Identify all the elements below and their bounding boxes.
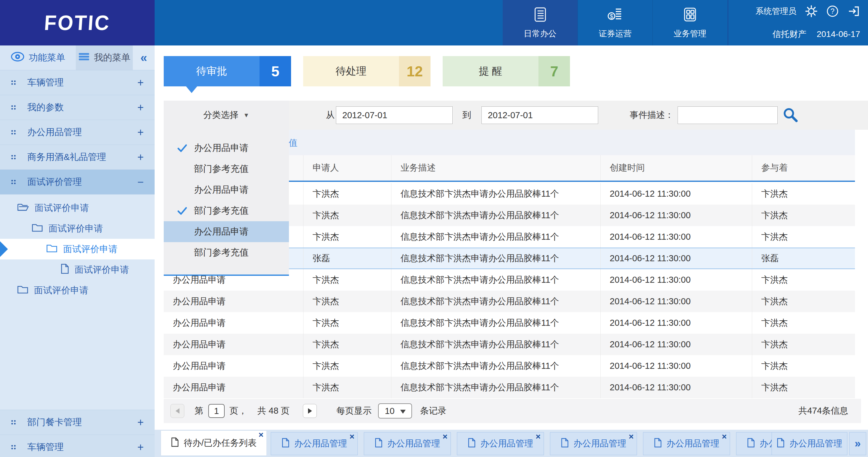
close-icon[interactable]: × — [443, 432, 447, 441]
nav-daily-office[interactable]: 日常办公 — [503, 0, 578, 45]
sidebar-item-business-wine-gifts[interactable]: 商务用酒&礼品管理 + — [0, 145, 155, 170]
tree-item-interview-request[interactable]: 面试评价申请 — [0, 259, 155, 280]
nav-label: 证券运营 — [599, 28, 631, 39]
tab-office-supplies[interactable]: 办公用品管理 × — [271, 432, 358, 455]
search-button[interactable] — [782, 107, 799, 124]
sidebar-item-vehicle-2[interactable]: 车辆管理 + — [0, 435, 155, 457]
event-desc-input[interactable] — [678, 106, 778, 124]
close-icon[interactable]: × — [629, 432, 633, 441]
page-number-input[interactable]: 1 — [208, 404, 225, 418]
expand-icon[interactable]: + — [137, 126, 144, 139]
drag-dots-icon — [11, 179, 17, 185]
cell-type: 办公用品申请 — [164, 377, 303, 398]
fotic-logo[interactable]: FOTIC — [0, 0, 155, 45]
per-page-select[interactable]: 10 — [378, 403, 412, 419]
dropdown-option[interactable]: 部门参考充值 — [164, 242, 289, 263]
sidebar-item-vehicle[interactable]: 车辆管理 + — [0, 70, 155, 95]
drag-dots-icon — [11, 80, 17, 86]
close-icon[interactable]: × — [536, 432, 540, 441]
sidebar-item-interview-evaluation[interactable]: 面试评价管理 − — [0, 170, 155, 195]
menu-label: 办公用品管理 — [27, 126, 82, 138]
coin-list-icon: $ — [607, 7, 623, 25]
tab-overflow-button[interactable]: » — [849, 432, 866, 455]
tab-office-supplies[interactable]: 办公用品管理 × — [457, 432, 544, 455]
dropdown-option[interactable]: 部门参考充值 — [164, 200, 289, 221]
tab-office-supplies[interactable]: 办公用品管理 × — [364, 432, 451, 455]
cell-applicant: 卞洪杰 — [303, 226, 391, 248]
date-to-input[interactable] — [482, 106, 598, 124]
tab-office-supplies-last[interactable]: 办公用品管理 — [772, 432, 847, 455]
svg-text:$: $ — [610, 13, 613, 20]
cell-applicant: 卞洪杰 — [303, 377, 391, 398]
folder-icon — [17, 285, 29, 296]
tab-function-menu[interactable]: 功能菜单 — [0, 45, 76, 70]
tab-label: 办公用品管理 — [480, 437, 533, 450]
table-row[interactable]: 办公用品申请 卞洪杰 信息技术部卞洪杰申请办公用品胶棒11个 2014-06-1… — [164, 377, 855, 398]
tab-office-supplies[interactable]: 办公用品管理 × — [643, 432, 730, 455]
page-suffix: 页， — [229, 405, 247, 417]
expand-icon[interactable]: + — [137, 151, 144, 164]
category-dropdown: 分类选择 ▼ 办公用品申请 部门参考充值 办公用品申请 部门参考充值 办 — [164, 101, 289, 276]
drag-dots-icon — [11, 130, 17, 135]
table-row[interactable]: 办公用品申请 卞洪杰 信息技术部卞洪杰申请办公用品胶棒11个 2014-06-1… — [164, 291, 855, 312]
nav-business-management[interactable]: 业务管理 — [652, 0, 727, 45]
dropdown-option[interactable]: 办公用品申请 — [164, 138, 289, 159]
cell-description: 信息技术部卞洪杰申请办公用品胶棒11个 — [391, 291, 600, 312]
next-page-button[interactable] — [303, 404, 317, 418]
search-icon — [782, 107, 798, 124]
drag-dots-icon — [11, 155, 17, 160]
tree-item-interview-request-selected[interactable]: 面试评价申请 — [0, 239, 155, 259]
sidebar-collapse-button[interactable]: « — [133, 45, 155, 70]
collapse-icon: « — [141, 51, 147, 65]
cell-participant: 张磊 — [752, 248, 855, 268]
tab-office-supplies[interactable]: 办公用品管理 × — [550, 432, 637, 455]
tree-item-interview-request[interactable]: 面试评价申请 — [0, 198, 155, 218]
user-name: 系统管理员 — [755, 6, 797, 17]
dropdown-option[interactable]: 部门参考充值 — [164, 159, 289, 179]
close-icon[interactable]: × — [349, 432, 354, 441]
dropdown-option-highlighted[interactable]: 办公用品申请 — [164, 221, 289, 242]
menu-label: 车辆管理 — [27, 441, 64, 453]
sidebar-item-meal-card[interactable]: 部门餐卡管理 + — [0, 410, 155, 435]
close-icon[interactable]: × — [722, 432, 727, 441]
event-desc-label: 事件描述： — [630, 101, 674, 130]
collapse-minus-icon[interactable]: − — [137, 176, 144, 189]
tab-label: 办公用品管理 — [789, 437, 842, 450]
card-pending-process[interactable]: 待处理 12 — [303, 56, 431, 86]
expand-icon[interactable]: + — [137, 76, 144, 89]
svg-text:?: ? — [830, 7, 834, 15]
tree-item-interview-request[interactable]: 面试评价申请 — [0, 218, 155, 239]
occluded-link-text[interactable]: 值 — [289, 137, 298, 149]
folder-open-icon — [17, 202, 29, 214]
card-reminder[interactable]: 提 醒 7 — [443, 56, 570, 86]
logout-icon[interactable] — [847, 5, 860, 18]
cell-type: 办公用品申请 — [164, 291, 303, 312]
dropdown-option[interactable]: 办公用品申请 — [164, 179, 289, 200]
help-icon[interactable]: ? — [826, 5, 839, 18]
table-row[interactable]: 办公用品申请 卞洪杰 信息技术部卞洪杰申请办公用品胶棒11个 2014-06-1… — [164, 312, 855, 334]
sidebar-item-office-supplies[interactable]: 办公用品管理 + — [0, 120, 155, 145]
file-icon — [468, 438, 476, 450]
sidebar-item-my-params[interactable]: 我的参数 + — [0, 95, 155, 120]
card-count-badge: 12 — [399, 56, 431, 86]
card-pending-approval[interactable]: 待审批 5 — [164, 56, 291, 86]
table-row[interactable]: 办公用品申请 卞洪杰 信息技术部卞洪杰申请办公用品胶棒11个 2014-06-1… — [164, 334, 855, 355]
cell-description: 信息技术部卞洪杰申请办公用品胶棒11个 — [391, 312, 600, 334]
tab-task-list[interactable]: 待办/已办任务列表 × — [161, 430, 267, 456]
gear-icon[interactable] — [805, 5, 818, 18]
expand-icon[interactable]: + — [137, 441, 144, 454]
expand-icon[interactable]: + — [137, 416, 144, 429]
expand-icon[interactable]: + — [137, 101, 144, 114]
cell-created: 2014-06-12 11:30:00 — [600, 183, 752, 204]
category-select-button[interactable]: 分类选择 ▼ — [164, 101, 289, 130]
header-divider — [727, 0, 728, 45]
tree-item-interview-request[interactable]: 面试评价申请 — [0, 280, 155, 301]
nav-securities-operation[interactable]: $ 证券运营 — [578, 0, 652, 45]
tab-label: 我的菜单 — [94, 52, 130, 64]
close-icon[interactable]: × — [258, 431, 264, 439]
table-row[interactable]: 办公用品申请 卞洪杰 信息技术部卞洪杰申请办公用品胶棒11个 2014-06-1… — [164, 355, 855, 377]
drag-dots-icon — [11, 420, 17, 425]
tab-my-menu[interactable]: 我的菜单 — [76, 45, 133, 70]
prev-page-button[interactable] — [170, 404, 184, 418]
date-from-input[interactable] — [336, 106, 453, 124]
